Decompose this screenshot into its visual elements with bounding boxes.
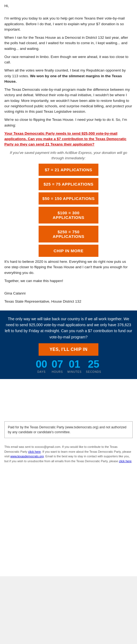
greeting: Hi, <box>4 3 133 9</box>
yes-chip-in-button[interactable]: YES, I'LL CHIP IN <box>39 343 98 356</box>
spacer-section <box>0 379 137 417</box>
btn-250-dollars[interactable]: $250 = 750 APPLICATIONS <box>39 226 98 242</box>
hours-number: 07 <box>52 359 63 369</box>
hours-label: HOURS <box>52 370 63 373</box>
btn-100-dollars[interactable]: $100 = 300 APPLICATIONS <box>39 207 98 224</box>
countdown-row: 00 DAYS 07 HOURS 01 MINUTES 25 SECONDS <box>4 359 133 374</box>
para-house: When I ran for the Texas House as a Demo… <box>4 35 133 51</box>
disclaimer-text: Paid for by the Texas Democratic Party (… <box>8 425 129 435</box>
bottom-spacer <box>0 468 137 576</box>
para-vbm: The Texas Democrats vote-by-mail program… <box>4 87 133 114</box>
seconds-number: 25 <box>86 359 101 369</box>
para-almost-here: It's hard to believe 2020 is almost here… <box>4 259 133 276</box>
countdown-seconds: 25 SECONDS <box>86 359 101 374</box>
btn-50-dollars[interactable]: $50 = 150 APPLICATIONS <box>39 192 98 205</box>
seconds-label: SECONDS <box>86 370 101 373</box>
footer-section: This email was sent to xxxxxx@gmail.com.… <box>0 442 137 468</box>
signature-name: Gina Calanni <box>4 291 133 296</box>
donation-link[interactable]: Your Texas Democratic Party needs to sen… <box>4 131 133 147</box>
banner-section: The only way we will take back our count… <box>0 310 137 379</box>
footer-line4: . <box>132 459 132 463</box>
banner-text: The only way we will take back our count… <box>4 316 133 340</box>
minutes-number: 01 <box>67 359 82 369</box>
disclaimer-box: Paid for by the Texas Democratic Party (… <box>4 421 133 438</box>
footer-click-here-2[interactable]: click here <box>119 459 131 463</box>
footer-click-here-1[interactable]: click here <box>28 450 41 453</box>
para-intro: I'm writing you today to ask you to help… <box>4 16 133 32</box>
para-limbo: Our race remained in limbo. Even though … <box>4 54 133 65</box>
asking-header: We're so close to flipping the Texas Hou… <box>4 117 133 128</box>
countdown-hours: 07 HOURS <box>52 359 63 374</box>
para-votes: When all the votes were finally counted,… <box>4 68 133 84</box>
minutes-label: MINUTES <box>67 370 82 373</box>
actblue-note: If you've saved payment info with ActBlu… <box>4 150 133 161</box>
btn-25-dollars[interactable]: $25 = 75 APPLICATIONS <box>39 178 98 190</box>
para-together: Together, we can make this happen! <box>4 278 133 284</box>
footer-txdemocrats-link[interactable]: www.texasdemocrats.org <box>10 455 44 458</box>
countdown-minutes: 01 MINUTES <box>67 359 82 374</box>
days-label: DAYS <box>37 370 46 373</box>
signature-title: Texas State Representative, House Distri… <box>4 299 133 304</box>
btn-7-dollars[interactable]: $7 = 21 APPLICATIONS <box>39 164 98 176</box>
main-content: Hi, I'm writing you today to ask you to … <box>0 0 137 310</box>
days-number: 00 <box>36 359 47 369</box>
countdown-days: 00 DAYS <box>36 359 47 374</box>
btn-chip-more[interactable]: CHIP IN MORE <box>39 245 98 257</box>
